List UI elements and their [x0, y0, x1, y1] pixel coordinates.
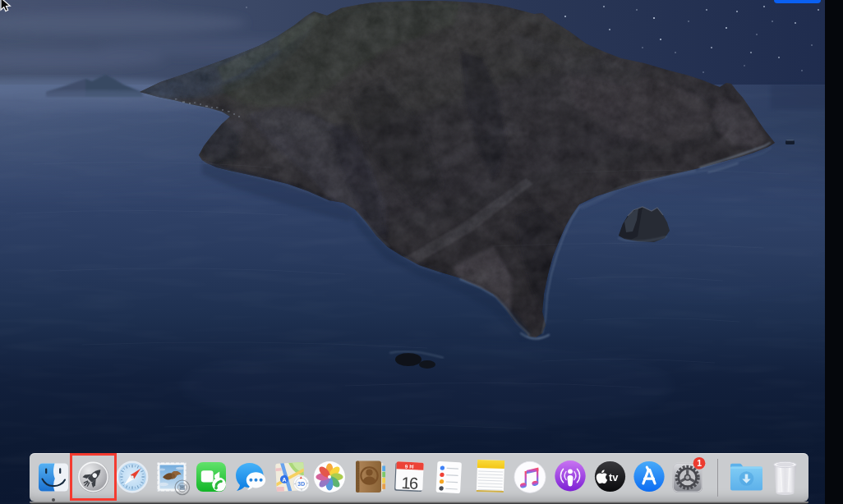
svg-text:1: 1 — [697, 458, 702, 468]
svg-text:3D: 3D — [297, 481, 305, 487]
svg-text:tv: tv — [609, 471, 619, 483]
svg-text:16: 16 — [401, 474, 419, 493]
svg-text:A: A — [282, 476, 287, 483]
